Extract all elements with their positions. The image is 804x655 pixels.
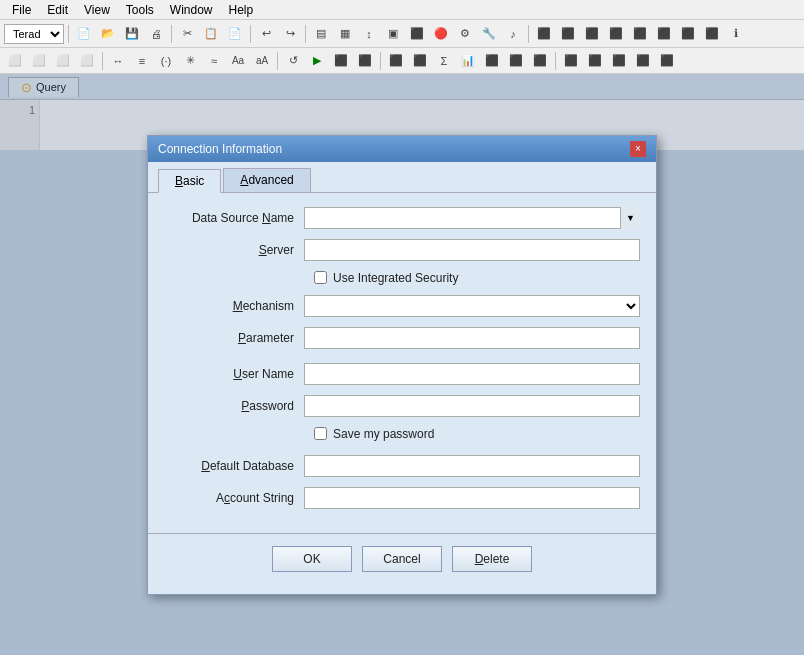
username-input[interactable] (304, 363, 640, 385)
menu-help[interactable]: Help (221, 3, 262, 17)
tb2-btn21[interactable]: ⬛ (505, 50, 527, 72)
save-btn[interactable]: 💾 (121, 23, 143, 45)
tb2-btn5[interactable]: ↔ (107, 50, 129, 72)
tb2-btn18[interactable]: Σ (433, 50, 455, 72)
account-string-label: Account String (164, 491, 304, 505)
tb2-btn1[interactable]: ⬜ (4, 50, 26, 72)
password-row: Password (164, 395, 640, 417)
tb2-btn7[interactable]: (·) (155, 50, 177, 72)
dialog-close-button[interactable]: × (630, 141, 646, 157)
cancel-button[interactable]: Cancel (362, 546, 442, 572)
username-row: User Name (164, 363, 640, 385)
tb-btn6[interactable]: 🔴 (430, 23, 452, 45)
tb-btn14[interactable]: ⬛ (629, 23, 651, 45)
tb2-btn2[interactable]: ⬜ (28, 50, 50, 72)
toolbar-sep-3 (250, 25, 251, 43)
tb2-btn8[interactable]: ✳ (179, 50, 201, 72)
tb2-btn16[interactable]: ⬛ (385, 50, 407, 72)
tb-btn17[interactable]: ⬛ (701, 23, 723, 45)
tb2-btn12[interactable]: ↺ (282, 50, 304, 72)
delete-button[interactable]: Delete (452, 546, 532, 572)
tb2-btn11[interactable]: aA (251, 50, 273, 72)
tb-btn9[interactable]: ♪ (502, 23, 524, 45)
tb2-btn25[interactable]: ⬛ (608, 50, 630, 72)
tb-btn18[interactable]: ℹ (725, 23, 747, 45)
server-input[interactable] (304, 239, 640, 261)
print-btn[interactable]: 🖨 (145, 23, 167, 45)
account-string-row: Account String (164, 487, 640, 509)
tb-btn3[interactable]: ↕ (358, 23, 380, 45)
redo-btn[interactable]: ↪ (279, 23, 301, 45)
tb2-btn10[interactable]: Aa (227, 50, 249, 72)
tb-btn7[interactable]: ⚙ (454, 23, 476, 45)
tb-btn11[interactable]: ⬛ (557, 23, 579, 45)
modal-overlay: Connection Information × Basic Advanced (0, 74, 804, 655)
cut-btn[interactable]: ✂ (176, 23, 198, 45)
tb-btn5[interactable]: ⬛ (406, 23, 428, 45)
toolbar-sep-4 (305, 25, 306, 43)
open-btn[interactable]: 📂 (97, 23, 119, 45)
tb-btn12[interactable]: ⬛ (581, 23, 603, 45)
tb2-btn9[interactable]: ≈ (203, 50, 225, 72)
default-db-label: Default Database (164, 459, 304, 473)
integrated-security-label: Use Integrated Security (333, 271, 458, 285)
ok-button[interactable]: OK (272, 546, 352, 572)
mechanism-row: Mechanism (164, 295, 640, 317)
default-db-input[interactable] (304, 455, 640, 477)
tb2-btn26[interactable]: ⬛ (632, 50, 654, 72)
data-source-input[interactable] (304, 207, 640, 229)
menu-view[interactable]: View (76, 3, 118, 17)
dialog-title-bar: Connection Information × (148, 136, 656, 162)
tb-btn1[interactable]: ▤ (310, 23, 332, 45)
menu-edit[interactable]: Edit (39, 3, 76, 17)
save-password-label: Save my password (333, 427, 434, 441)
tb2-btn19[interactable]: 📊 (457, 50, 479, 72)
tb-btn8[interactable]: 🔧 (478, 23, 500, 45)
tb-btn10[interactable]: ⬛ (533, 23, 555, 45)
dialog-body: Data Source Name ▼ Server (148, 193, 656, 533)
tb-btn2[interactable]: ▦ (334, 23, 356, 45)
copy-btn[interactable]: 📋 (200, 23, 222, 45)
tb-btn13[interactable]: ⬛ (605, 23, 627, 45)
toolbar-1: Terad 📄 📂 💾 🖨 ✂ 📋 📄 ↩ ↪ ▤ ▦ ↕ ▣ ⬛ 🔴 ⚙ 🔧 … (0, 20, 804, 48)
mechanism-select[interactable] (304, 295, 640, 317)
parameter-input[interactable] (304, 327, 640, 349)
dialog-tabs: Basic Advanced (148, 162, 656, 193)
account-string-input[interactable] (304, 487, 640, 509)
toolbar2-sep-2 (277, 52, 278, 70)
menu-file[interactable]: File (4, 3, 39, 17)
data-source-dropdown-arrow[interactable]: ▼ (620, 207, 640, 229)
tb2-btn6[interactable]: ≡ (131, 50, 153, 72)
undo-btn[interactable]: ↩ (255, 23, 277, 45)
tab-advanced[interactable]: Advanced (223, 168, 310, 192)
tb2-btn23[interactable]: ⬛ (560, 50, 582, 72)
tab-basic[interactable]: Basic (158, 169, 221, 193)
integrated-security-row: Use Integrated Security (314, 271, 640, 285)
tb2-btn17[interactable]: ⬛ (409, 50, 431, 72)
menu-bar: File Edit View Tools Window Help (0, 0, 804, 20)
paste-btn[interactable]: 📄 (224, 23, 246, 45)
tb2-btn4[interactable]: ⬜ (76, 50, 98, 72)
tb2-btn15[interactable]: ⬛ (354, 50, 376, 72)
tb-btn4[interactable]: ▣ (382, 23, 404, 45)
dialog-footer: OK Cancel Delete (148, 533, 656, 586)
integrated-security-checkbox[interactable] (314, 271, 327, 284)
new-btn[interactable]: 📄 (73, 23, 95, 45)
tb2-btn13[interactable]: ▶ (306, 50, 328, 72)
tb2-btn14[interactable]: ⬛ (330, 50, 352, 72)
content-area: ⊙ Query 1 Connection Information × (0, 74, 804, 655)
menu-window[interactable]: Window (162, 3, 221, 17)
save-password-checkbox[interactable] (314, 427, 327, 440)
tb2-btn24[interactable]: ⬛ (584, 50, 606, 72)
app-selector[interactable]: Terad (4, 24, 64, 44)
toolbar2-sep-4 (555, 52, 556, 70)
tb2-btn3[interactable]: ⬜ (52, 50, 74, 72)
tb2-btn22[interactable]: ⬛ (529, 50, 551, 72)
tb-btn15[interactable]: ⬛ (653, 23, 675, 45)
password-input[interactable] (304, 395, 640, 417)
menu-tools[interactable]: Tools (118, 3, 162, 17)
tb-btn16[interactable]: ⬛ (677, 23, 699, 45)
data-source-combo-wrapper: ▼ (304, 207, 640, 229)
tb2-btn20[interactable]: ⬛ (481, 50, 503, 72)
tb2-btn27[interactable]: ⬛ (656, 50, 678, 72)
